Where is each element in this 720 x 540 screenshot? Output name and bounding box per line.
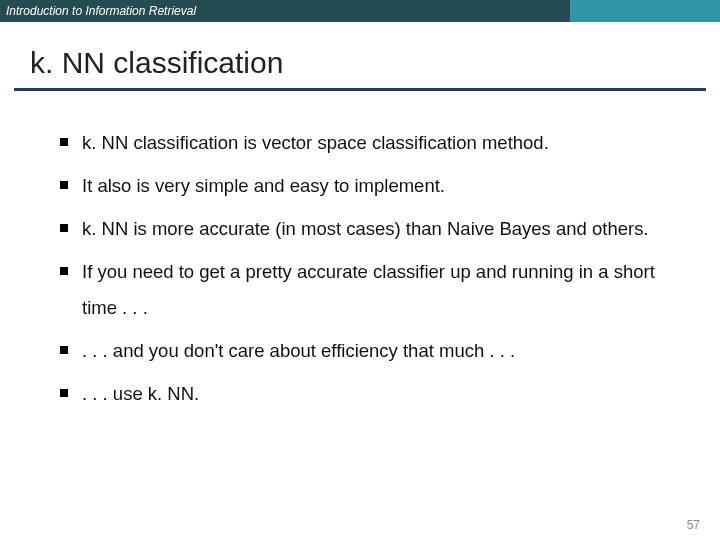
- header-left: Introduction to Information Retrieval: [0, 0, 570, 22]
- list-item: k. NN is more accurate (in most cases) t…: [60, 211, 676, 246]
- list-item: It also is very simple and easy to imple…: [60, 168, 676, 203]
- list-item: . . . and you don't care about efficienc…: [60, 333, 676, 368]
- title-area: k. NN classification: [0, 22, 720, 86]
- content-area: k. NN classification is vector space cla…: [0, 91, 720, 411]
- header-bar: Introduction to Information Retrieval: [0, 0, 720, 22]
- list-item: . . . use k. NN.: [60, 376, 676, 411]
- header-accent: [570, 0, 720, 22]
- page-number: 57: [687, 518, 700, 532]
- slide-title: k. NN classification: [30, 46, 690, 80]
- list-item: If you need to get a pretty accurate cla…: [60, 254, 676, 324]
- bullet-list: k. NN classification is vector space cla…: [60, 125, 676, 411]
- list-item: k. NN classification is vector space cla…: [60, 125, 676, 160]
- header-title: Introduction to Information Retrieval: [6, 4, 196, 18]
